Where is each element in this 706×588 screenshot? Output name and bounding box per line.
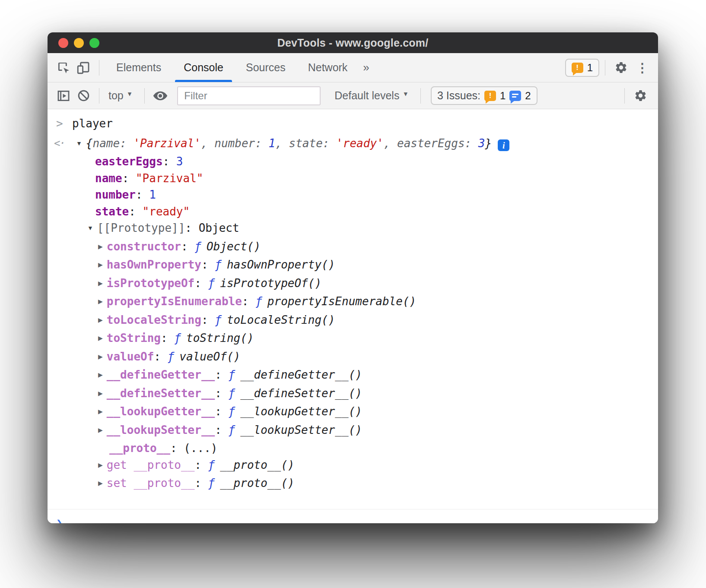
kebab-menu-icon[interactable]: ⋮: [631, 60, 654, 75]
function-name: propertyIsEnumerable(): [267, 295, 416, 308]
divider: [99, 88, 99, 104]
caret-right-icon[interactable]: ▶: [98, 385, 103, 402]
colon: :: [323, 137, 336, 150]
preview-value: 3: [478, 137, 485, 150]
tree-row: ▶__defineGetter__: ƒ__defineGetter__(): [48, 367, 658, 385]
info-icon[interactable]: i: [498, 139, 509, 151]
minimize-window-button[interactable]: [74, 38, 84, 48]
tab-label: Console: [184, 61, 223, 74]
colon: :: [194, 458, 208, 471]
colon: :: [215, 368, 228, 381]
property-value: 3: [176, 155, 183, 168]
caret-right-icon[interactable]: ▶: [98, 238, 103, 255]
colon: :: [185, 221, 198, 234]
log-levels-dropdown[interactable]: Default levels ▾: [331, 89, 415, 102]
caret-right-icon[interactable]: ▶: [98, 275, 103, 292]
console-settings-button[interactable]: [630, 85, 650, 107]
function-symbol: ƒ: [168, 350, 175, 363]
caret-right-icon[interactable]: ▶: [98, 256, 103, 273]
accessor-prefix: set: [107, 477, 134, 490]
close-window-button[interactable]: [58, 38, 68, 48]
error-count: 1: [587, 62, 593, 74]
warning-bubble-icon: !: [484, 91, 496, 101]
zoom-window-button[interactable]: [89, 38, 99, 48]
property-key: __defineSetter__: [107, 387, 215, 400]
property-key: __proto__: [134, 477, 194, 490]
issues-badge[interactable]: 3 Issues: ! 1 2: [431, 86, 537, 105]
show-console-sidebar-button[interactable]: [54, 85, 73, 107]
colon: :: [201, 313, 215, 326]
colon: :: [170, 442, 184, 455]
divider: [99, 60, 99, 76]
caret-right-icon[interactable]: ▶: [98, 312, 103, 329]
inspect-cursor-icon: [56, 60, 71, 75]
tree-row: ▶propertyIsEnumerable: ƒpropertyIsEnumer…: [48, 293, 658, 312]
chevron-down-icon: ▾: [128, 89, 132, 98]
tab-label: Elements: [116, 61, 161, 74]
function-name: Object(): [207, 240, 261, 253]
tree-row: ▶__defineSetter__: ƒ__defineSetter__(): [48, 385, 658, 404]
filter-input[interactable]: [177, 86, 321, 105]
colon: :: [194, 477, 208, 490]
accessor-prefix: get: [107, 458, 134, 471]
console-prompt[interactable]: ❯: [48, 509, 658, 524]
divider: [420, 88, 421, 104]
tree-row: __proto__: (...): [48, 440, 658, 457]
create-live-expression-button[interactable]: [150, 85, 170, 107]
property-value: 1: [149, 188, 156, 201]
more-tabs-icon[interactable]: »: [359, 61, 373, 74]
colon: :: [242, 295, 255, 308]
window-title: DevTools - www.google.com/: [277, 37, 429, 49]
tab-network[interactable]: Network: [297, 53, 359, 82]
tree-row: state: "ready": [48, 203, 658, 220]
property-key: toLocaleString: [107, 313, 201, 326]
caret-right-icon[interactable]: ▶: [98, 348, 103, 365]
javascript-context-dropdown[interactable]: top ▾: [105, 89, 139, 102]
function-symbol: ƒ: [174, 332, 181, 345]
caret-right-icon[interactable]: ▶: [98, 293, 103, 310]
preview-value: 'Parzival': [133, 137, 201, 150]
toggle-device-toolbar-button[interactable]: [73, 57, 93, 79]
devtools-settings-button[interactable]: [611, 57, 631, 79]
brace: {: [86, 137, 93, 150]
message-bubble-icon: [509, 91, 521, 101]
chevron-down-icon: ▾: [404, 89, 407, 98]
tab-console[interactable]: Console: [172, 53, 235, 82]
returned-value-icon: <·: [54, 135, 65, 152]
tree-row: ▶__lookupGetter__: ƒ__lookupGetter__(): [48, 403, 658, 422]
caret-right-icon[interactable]: ▶: [98, 422, 103, 439]
tab-elements[interactable]: Elements: [105, 53, 172, 82]
gear-icon: [614, 61, 628, 74]
function-symbol: ƒ: [208, 458, 215, 471]
caret-right-icon[interactable]: ▶: [98, 457, 103, 474]
property-key: __defineGetter__: [107, 368, 215, 381]
caret-right-icon[interactable]: ▶: [98, 403, 103, 420]
colon: :: [181, 240, 194, 253]
function-symbol: ƒ: [229, 424, 235, 436]
context-label: top: [108, 89, 124, 102]
caret-down-icon[interactable]: ▼: [87, 220, 93, 237]
issues-label: 3 Issues:: [437, 89, 480, 102]
prompt-chevron-icon: ❯: [56, 517, 63, 524]
caret-right-icon[interactable]: ▶: [98, 475, 103, 492]
function-name: valueOf(): [179, 350, 240, 363]
function-symbol: ƒ: [229, 368, 235, 381]
colon: :: [154, 350, 167, 363]
caret-right-icon[interactable]: ▶: [98, 330, 103, 347]
error-count-badge[interactable]: ! 1: [565, 59, 599, 77]
comma: ,: [275, 137, 289, 150]
divider: [144, 88, 145, 104]
inspect-element-button[interactable]: [54, 57, 73, 79]
tab-sources[interactable]: Sources: [235, 53, 297, 82]
colon: :: [161, 332, 174, 345]
colon: :: [129, 205, 142, 218]
function-symbol: ƒ: [215, 258, 222, 271]
command-chevron-icon: >: [56, 115, 63, 132]
clear-console-button[interactable]: [73, 85, 93, 107]
colon: :: [215, 405, 228, 418]
caret-down-icon[interactable]: ▼: [76, 135, 82, 152]
caret-right-icon[interactable]: ▶: [98, 367, 103, 383]
preview-key: number: [214, 137, 255, 150]
devtools-tab-bar: Elements Console Sources Network » ! 1 ⋮: [48, 53, 658, 82]
function-symbol: ƒ: [215, 313, 222, 326]
